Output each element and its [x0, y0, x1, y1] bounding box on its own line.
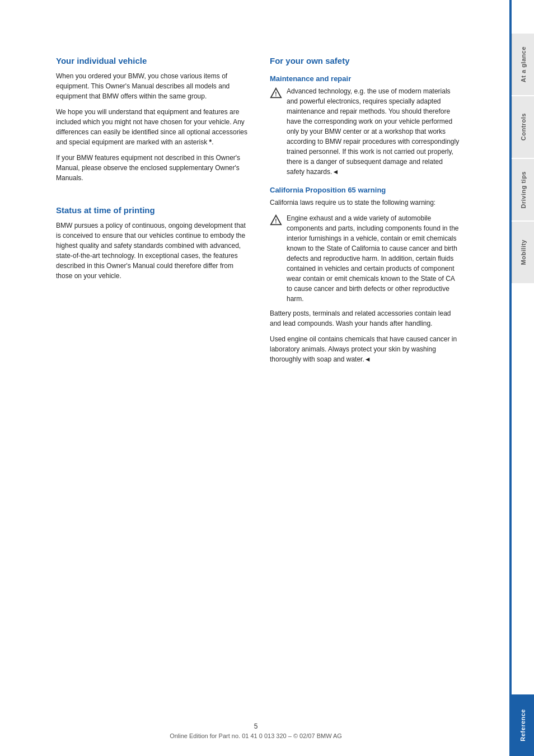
svg-text:!: ! — [275, 91, 277, 97]
tab-mobility-label: Mobility — [520, 240, 527, 265]
individual-vehicle-para3: If your BMW features equipment not descr… — [56, 153, 247, 183]
left-column: Your individual vehicle When you ordered… — [56, 56, 247, 370]
status-at-time-of-printing-title: Status at time of printing — [56, 205, 247, 215]
right-column: For your own safety Maintenance and repa… — [270, 56, 461, 370]
individual-vehicle-para1: When you ordered your BMW, you chose var… — [56, 71, 247, 101]
california-warning-text: Engine exhaust and a wide variety of aut… — [287, 213, 461, 304]
status-para1: BMW pursues a policy of continuous, ongo… — [56, 220, 247, 281]
asterisk-symbol: * — [209, 138, 212, 146]
maintenance-warning-block: ! Advanced technology, e.g. the use of m… — [270, 86, 461, 177]
your-individual-vehicle-section: Your individual vehicle When you ordered… — [56, 56, 247, 183]
maintenance-and-repair-title: Maintenance and repair — [270, 74, 461, 83]
tab-at-a-glance-label: At a glance — [520, 46, 527, 82]
california-intro-text: California laws require us to state the … — [270, 198, 461, 208]
your-individual-vehicle-title: Your individual vehicle — [56, 56, 247, 65]
california-warning-block: ! Engine exhaust and a wide variety of a… — [270, 213, 461, 304]
individual-vehicle-para2: We hope you will understand that equipme… — [56, 107, 247, 147]
tab-spacer — [512, 284, 534, 694]
for-your-own-safety-section: For your own safety Maintenance and repa… — [270, 56, 461, 364]
sidebar-tabs: At a glance Controls Driving tips Mobili… — [512, 0, 534, 756]
maintenance-and-repair-subsection: Maintenance and repair ! Advanced techno… — [270, 74, 461, 177]
california-additional-para2: Used engine oil contains chemicals that … — [270, 334, 461, 364]
california-prop65-subsection: California Proposition 65 warning Califo… — [270, 186, 461, 364]
for-your-own-safety-title: For your own safety — [270, 56, 461, 65]
california-prop65-title: California Proposition 65 warning — [270, 186, 461, 194]
tab-mobility[interactable]: Mobility — [512, 222, 534, 283]
footer-text: Online Edition for Part no. 01 41 0 013 … — [0, 732, 512, 739]
page-footer: 5 Online Edition for Part no. 01 41 0 01… — [0, 722, 512, 739]
tab-controls-label: Controls — [520, 113, 527, 140]
california-additional-para1: Battery posts, terminals and related acc… — [270, 308, 461, 328]
warning-triangle-icon: ! — [270, 87, 282, 100]
main-content: Your individual vehicle When you ordered… — [0, 0, 489, 756]
tab-driving-tips[interactable]: Driving tips — [512, 159, 534, 220]
tab-reference-label: Reference — [519, 709, 526, 741]
page-number: 5 — [0, 722, 512, 730]
maintenance-warning-text: Advanced technology, e.g. the use of mod… — [287, 86, 461, 177]
tab-reference[interactable]: Reference — [512, 694, 534, 756]
california-warning-triangle-icon: ! — [270, 214, 282, 227]
svg-text:!: ! — [275, 218, 277, 224]
two-column-layout: Your individual vehicle When you ordered… — [56, 56, 461, 370]
tab-driving-tips-label: Driving tips — [520, 171, 527, 209]
status-at-time-of-printing-section: Status at time of printing BMW pursues a… — [56, 205, 247, 281]
tab-controls[interactable]: Controls — [512, 96, 534, 158]
tab-at-a-glance[interactable]: At a glance — [512, 34, 534, 95]
page: Your individual vehicle When you ordered… — [0, 0, 534, 756]
